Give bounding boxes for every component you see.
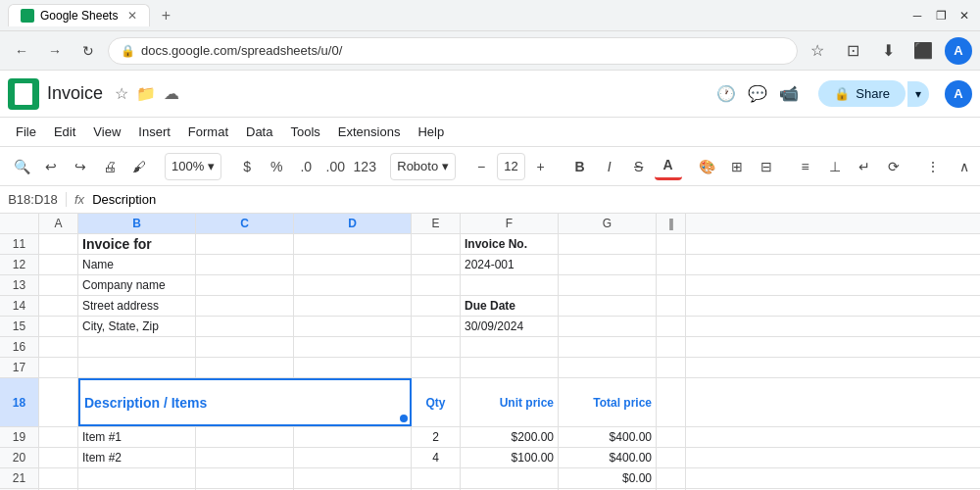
col-header-c[interactable]: C	[196, 214, 294, 233]
cell-a21[interactable]	[39, 468, 78, 488]
cell-e18-qty[interactable]: Qty	[412, 378, 461, 426]
cell-h20[interactable]	[657, 448, 686, 467]
cell-f21[interactable]	[461, 468, 559, 488]
font-family-dropdown[interactable]: Roboto ▾	[390, 153, 456, 180]
cell-c11[interactable]	[196, 234, 294, 254]
cell-c12[interactable]	[196, 255, 294, 274]
cell-a17[interactable]	[39, 358, 78, 377]
cell-b19-item1[interactable]: Item #1	[78, 427, 196, 447]
cell-a13[interactable]	[39, 275, 78, 295]
cell-b17[interactable]	[78, 358, 196, 377]
cell-b12[interactable]: Name	[78, 255, 196, 274]
active-tab[interactable]: Google Sheets ✕	[8, 4, 150, 26]
cell-c20[interactable]	[196, 448, 294, 467]
cell-h16[interactable]	[657, 337, 686, 357]
col-header-a[interactable]: A	[39, 214, 78, 233]
cell-f18-unit-price[interactable]: Unit price	[461, 378, 559, 426]
font-size-inc-button[interactable]: +	[527, 153, 555, 180]
cell-b21[interactable]	[78, 468, 196, 488]
document-title[interactable]: Invoice	[47, 83, 103, 104]
cell-d19[interactable]	[294, 427, 412, 447]
menu-file[interactable]: File	[8, 121, 44, 143]
cell-g14[interactable]	[559, 296, 657, 316]
col-header-h[interactable]: ‖	[657, 214, 686, 233]
cell-h18[interactable]	[657, 378, 686, 426]
align-h-button[interactable]: ≡	[792, 153, 819, 180]
history-tool-icon[interactable]: 🕐	[712, 80, 740, 108]
search-toolbar-btn[interactable]: 🔍	[8, 153, 35, 180]
cell-e14[interactable]	[412, 296, 461, 316]
cell-e12[interactable]	[412, 255, 461, 274]
cell-d12[interactable]	[294, 255, 412, 274]
cell-b16[interactable]	[78, 337, 196, 357]
cell-e19-qty1[interactable]: 2	[412, 427, 461, 447]
cell-c15[interactable]	[196, 317, 294, 336]
cell-bcd18-description[interactable]: Description / Items	[78, 378, 412, 426]
cell-f19-unit1[interactable]: $200.00	[461, 427, 559, 447]
decimal-inc-button[interactable]: .00	[321, 153, 349, 180]
cell-h21[interactable]	[657, 468, 686, 488]
cell-b20-item2[interactable]: Item #2	[78, 448, 196, 467]
cell-f13[interactable]	[461, 275, 559, 295]
cell-d20[interactable]	[294, 448, 412, 467]
comment-icon[interactable]: 💬	[744, 80, 771, 108]
undo-button[interactable]: ↩	[37, 153, 65, 180]
user-avatar[interactable]: A	[945, 80, 972, 108]
cell-c14[interactable]	[196, 296, 294, 316]
cell-d15[interactable]	[294, 317, 412, 336]
cell-e17[interactable]	[412, 358, 461, 377]
more-toolbar-button[interactable]: ⋮	[919, 153, 947, 180]
cell-a19[interactable]	[39, 427, 78, 447]
menu-data[interactable]: Data	[238, 121, 280, 143]
font-size-dec-button[interactable]: −	[467, 153, 495, 180]
menu-tools[interactable]: Tools	[282, 121, 327, 143]
cell-b14[interactable]: Street address	[78, 296, 196, 316]
back-button[interactable]: ←	[8, 37, 35, 65]
menu-format[interactable]: Format	[180, 121, 236, 143]
cell-f15[interactable]: 30/09/2024	[461, 317, 559, 336]
align-v-button[interactable]: ⊥	[821, 153, 849, 180]
cell-f12[interactable]: 2024-001	[461, 255, 559, 274]
decimal-dec-button[interactable]: .0	[292, 153, 319, 180]
merge-button[interactable]: ⊟	[753, 153, 780, 180]
borders-button[interactable]: ⊞	[723, 153, 751, 180]
cell-f16[interactable]	[461, 337, 559, 357]
maximize-button[interactable]: ❐	[933, 8, 949, 24]
refresh-button[interactable]: ↻	[74, 37, 102, 65]
cell-h13[interactable]	[657, 275, 686, 295]
video-call-icon[interactable]: 📹	[775, 80, 803, 108]
paint-format-button[interactable]: 🖌	[125, 153, 153, 180]
extensions-icon[interactable]: ⬛	[909, 37, 937, 65]
cell-d13[interactable]	[294, 275, 412, 295]
cell-h12[interactable]	[657, 255, 686, 274]
col-header-f[interactable]: F	[461, 214, 559, 233]
cell-g12[interactable]	[559, 255, 657, 274]
cell-g21-total3[interactable]: $0.00	[559, 468, 657, 488]
cell-e11[interactable]	[412, 234, 461, 254]
history-icon[interactable]: ⊡	[839, 37, 866, 65]
cell-f14[interactable]: Due Date	[461, 296, 559, 316]
download-icon[interactable]: ⬇	[874, 37, 902, 65]
cell-c16[interactable]	[196, 337, 294, 357]
bold-button[interactable]: B	[566, 153, 594, 180]
menu-extensions[interactable]: Extensions	[330, 121, 409, 143]
cell-a11[interactable]	[39, 234, 78, 254]
col-header-d[interactable]: D	[294, 214, 412, 233]
text-color-button[interactable]: A	[655, 153, 682, 180]
cell-h15[interactable]	[657, 317, 686, 336]
cell-b11[interactable]: Invoice for	[78, 234, 196, 254]
menu-help[interactable]: Help	[410, 121, 452, 143]
cell-d14[interactable]	[294, 296, 412, 316]
cell-a20[interactable]	[39, 448, 78, 467]
cell-f17[interactable]	[461, 358, 559, 377]
collapse-toolbar-button[interactable]: ∧	[951, 153, 978, 180]
profile-avatar[interactable]: A	[945, 37, 972, 65]
cell-g13[interactable]	[559, 275, 657, 295]
folder-icon[interactable]: 📁	[136, 84, 156, 103]
cloud-icon[interactable]: ☁	[164, 84, 179, 103]
cell-a15[interactable]	[39, 317, 78, 336]
cell-g20-total2[interactable]: $400.00	[559, 448, 657, 467]
cell-d21[interactable]	[294, 468, 412, 488]
cell-h11[interactable]	[657, 234, 686, 254]
cell-g17[interactable]	[559, 358, 657, 377]
